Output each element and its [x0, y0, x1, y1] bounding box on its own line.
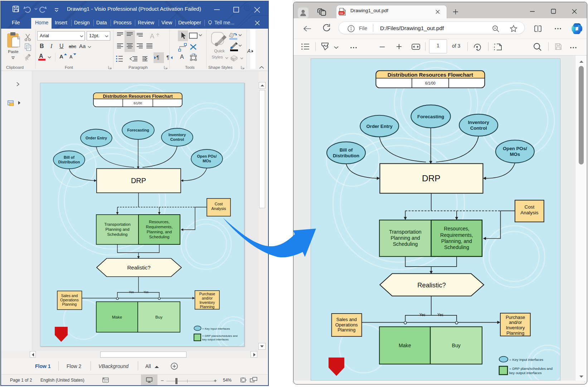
svg-text:PDF: PDF — [340, 12, 344, 14]
svg-text:A: A — [150, 33, 154, 40]
